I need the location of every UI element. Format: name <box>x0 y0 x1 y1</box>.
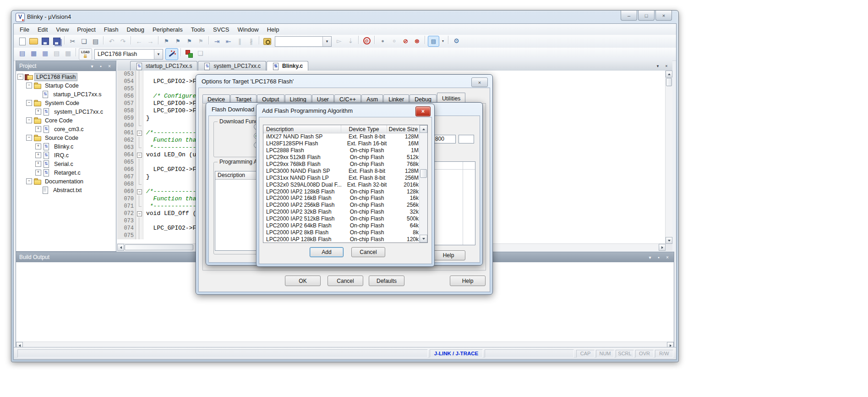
dialog-title[interactable]: Add Flash Programming Algorithm <box>262 107 353 114</box>
disable-breakpoints-icon[interactable]: ⊘ <box>400 36 411 46</box>
algorithm-row[interactable]: LPC2888 FlashOn-chip Flash1M <box>263 147 420 154</box>
project-panel-header[interactable]: Project ▾▪× <box>16 61 116 71</box>
defaults-button[interactable]: Defaults <box>369 276 404 286</box>
indent-left-icon[interactable]: ⇤ <box>223 36 234 46</box>
tree-expander-icon[interactable] <box>35 152 41 158</box>
insert-breakpoint-icon[interactable]: ● <box>377 36 388 46</box>
restore-button[interactable]: □ <box>638 11 655 21</box>
fold-margin[interactable] <box>136 85 143 93</box>
scroll-right-icon[interactable] <box>659 244 666 251</box>
configure-wrench-icon[interactable]: ⚙ <box>451 36 462 46</box>
menu-item[interactable]: SVCS <box>209 25 233 34</box>
editor-tab[interactable]: startup_LPC17xx.s <box>130 61 197 71</box>
close-file-icon[interactable]: × <box>663 62 670 69</box>
nav-forward-icon[interactable]: → <box>145 36 156 46</box>
bookmark-next-icon[interactable]: ⚑ <box>184 36 195 46</box>
algorithm-row[interactable]: LPC29xx 768kB FlashOn-chip Flash768k <box>263 161 420 168</box>
close-icon[interactable]: × <box>471 77 488 87</box>
table-vertical-scrollbar[interactable] <box>419 125 427 243</box>
chevron-down-icon[interactable]: ▼ <box>154 50 163 59</box>
uncomment-icon[interactable]: ∦ <box>246 36 257 46</box>
editor-tab[interactable]: system_LPC17xx.c <box>198 61 266 71</box>
fold-margin[interactable] <box>136 100 143 107</box>
algorithm-row[interactable]: LPC2000 IAP2 16kB FlashOn-chip Flash16k <box>263 195 420 202</box>
vertical-scroll-thumb[interactable] <box>420 169 427 178</box>
undo-icon[interactable]: ↶ <box>106 36 117 46</box>
fold-margin[interactable] <box>136 137 143 144</box>
algorithm-row[interactable]: LH28F128SPH FlashExt. Flash 16-bit16M <box>263 140 420 147</box>
save-all-icon[interactable] <box>51 36 62 46</box>
fold-margin[interactable] <box>136 203 143 210</box>
menu-item[interactable]: Project <box>73 25 99 34</box>
batch-build-icon[interactable]: ▤ <box>51 48 62 58</box>
fold-margin[interactable] <box>136 188 143 195</box>
fold-margin[interactable] <box>136 78 143 85</box>
tree-item[interactable]: IRQ.c <box>16 151 116 160</box>
device-type-column-header[interactable]: Device Type <box>341 125 387 133</box>
fold-margin[interactable] <box>136 232 143 239</box>
tree-item[interactable]: Retarget.c <box>16 168 116 177</box>
open-folder-icon[interactable] <box>28 36 39 46</box>
tree-expander-icon[interactable] <box>35 170 41 176</box>
ram-size-field-2[interactable] <box>459 135 474 143</box>
scroll-up-icon[interactable] <box>420 125 427 133</box>
algorithm-row[interactable]: LPC2000 IAP2 64kB FlashOn-chip Flash64k <box>263 222 420 229</box>
fold-margin[interactable] <box>136 129 143 137</box>
help-button[interactable]: Help <box>450 276 486 286</box>
tree-expander-icon[interactable] <box>26 100 32 106</box>
tree-item[interactable]: Startup Code <box>16 81 116 90</box>
indent-right-icon[interactable]: ⇥ <box>212 36 222 46</box>
fold-margin[interactable] <box>136 122 143 129</box>
close-icon[interactable]: × <box>664 254 671 260</box>
flash-wizard-icon[interactable] <box>165 48 178 60</box>
algorithm-row[interactable]: LPC2000 IAP2 512kB FlashOn-chip Flash500… <box>263 215 420 222</box>
algorithm-row[interactable]: LPC2000 IAP2 256kB FlashOn-chip Flash256… <box>263 202 420 209</box>
find-symbols-icon[interactable]: @ <box>361 36 372 46</box>
fold-margin[interactable] <box>136 195 143 203</box>
comment-icon[interactable]: ∥ <box>235 36 245 46</box>
fold-margin[interactable] <box>136 210 143 217</box>
tree-expander-icon[interactable] <box>26 83 32 88</box>
fold-margin[interactable] <box>136 181 143 188</box>
new-file-icon[interactable] <box>17 36 27 46</box>
tree-item[interactable]: Core Code <box>16 116 116 125</box>
tree-item[interactable]: system_LPC17xx.c <box>16 107 116 116</box>
tree-expander-icon[interactable] <box>35 109 41 115</box>
paste-icon[interactable]: ▤ <box>90 36 101 46</box>
editor-vertical-scrollbar[interactable] <box>665 71 672 244</box>
tree-item[interactable]: LPC1768 Flash <box>16 72 116 81</box>
save-icon[interactable] <box>40 36 50 46</box>
build-icon[interactable]: ▦ <box>28 48 39 58</box>
scroll-left-icon[interactable] <box>117 244 124 251</box>
horizontal-scroll-thumb[interactable] <box>125 244 193 250</box>
dock-arrow-icon[interactable]: ▾ <box>89 63 95 69</box>
redo-icon[interactable]: ↷ <box>118 36 128 46</box>
fold-margin[interactable] <box>136 166 143 173</box>
options-for-target-icon[interactable] <box>184 48 194 58</box>
kill-breakpoints-icon[interactable]: ⊗ <box>412 36 422 46</box>
close-icon[interactable]: × <box>106 63 113 69</box>
tree-expander-icon[interactable] <box>35 161 41 167</box>
menu-item[interactable]: Window <box>233 25 262 34</box>
auto-hide-pin-icon[interactable]: ▪ <box>655 254 662 260</box>
translate-file-icon[interactable]: ▤ <box>17 48 27 58</box>
menu-item[interactable]: Edit <box>33 25 52 34</box>
algorithm-row[interactable]: LPC3000 NAND Flash SPExt. Flash 8-bit128… <box>263 167 420 174</box>
description-column-header[interactable]: Description <box>215 171 257 180</box>
fold-margin[interactable] <box>136 225 143 232</box>
tree-item[interactable]: core_cm3.c <box>16 125 116 133</box>
cancel-button[interactable]: Cancel <box>328 276 363 286</box>
tree-item[interactable]: Blinky.c <box>16 142 116 151</box>
minimize-button[interactable]: – <box>621 11 637 21</box>
tree-item[interactable]: Source Code <box>16 133 116 142</box>
dialog-title[interactable]: Options for Target 'LPC1768 Flash' <box>202 78 294 85</box>
fold-margin[interactable] <box>136 173 143 181</box>
incremental-find-icon[interactable]: ⇣ <box>345 36 356 46</box>
fold-margin[interactable] <box>136 144 143 151</box>
tree-expander-icon[interactable] <box>35 143 41 149</box>
address-range-list[interactable] <box>431 161 475 245</box>
download-to-flash-icon[interactable]: LOAD <box>79 48 92 60</box>
fold-margin[interactable] <box>136 217 143 225</box>
tree-expander-icon[interactable] <box>35 126 41 132</box>
stop-build-icon[interactable]: ▦ <box>63 48 73 58</box>
